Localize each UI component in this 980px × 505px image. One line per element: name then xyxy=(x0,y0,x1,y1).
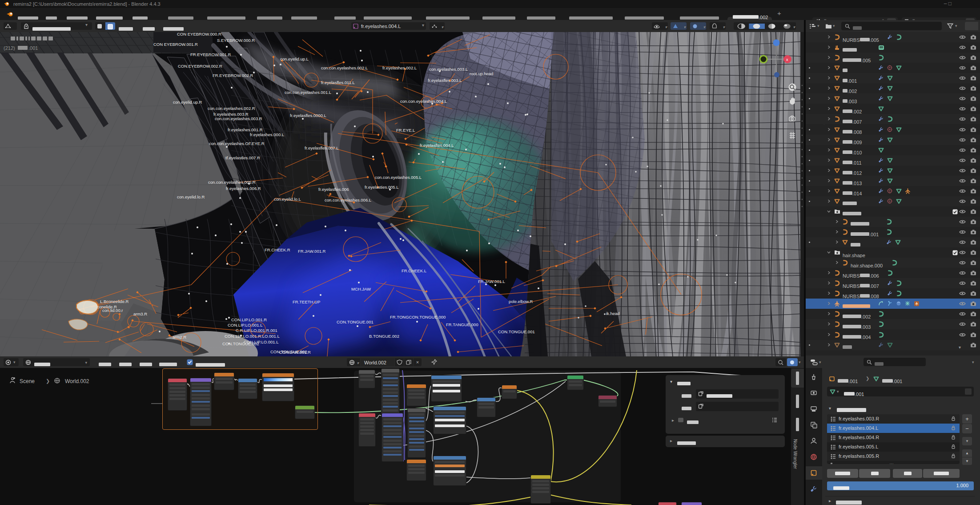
svg-text:con.con.eyelashes.005.L: con.con.eyelashes.005.L xyxy=(375,175,422,180)
svg-text:FR.TANGUE.000: FR.TANGUE.000 xyxy=(446,322,478,327)
svg-text:FR.EYEBROW.002.R: FR.EYEBROW.002.R xyxy=(213,73,253,78)
svg-text:(212): (212) xyxy=(4,45,15,51)
svg-text:ik.head: ik.head xyxy=(606,311,620,316)
svg-text:C.R.LIP.LO.001.R.001: C.R.LIP.LO.001.R.001 xyxy=(236,328,277,333)
svg-text:fr.eyelasfles.004.L: fr.eyelasfles.004.L xyxy=(420,143,454,148)
svg-text:con.con.eyelashes.005.R: con.con.eyelashes.005.R xyxy=(208,180,256,185)
svg-text:CON.LIP.LO.001.L: CON.LIP.LO.001.L xyxy=(228,323,263,327)
svg-text:FR.TONGCON.TONGUE.000: FR.TONGCON.TONGUE.000 xyxy=(390,315,446,319)
svg-text:fr.eyelashes.000.L: fr.eyelashes.000.L xyxy=(250,132,284,137)
svg-text:CON EYEBROW.001.R: CON EYEBROW.001.R xyxy=(153,42,198,47)
svg-text:con.eyelid.up.R: con.eyelid.up.R xyxy=(173,100,202,105)
svg-text:CON.TONGUE.001: CON.TONGUE.001 xyxy=(337,319,374,324)
svg-text:con.con.eyelashes.OF.EYE.R: con.con.eyelashes.OF.EYE.R xyxy=(209,141,265,146)
svg-text:con.con.eyelashes.006.L: con.con.eyelashes.006.L xyxy=(325,198,371,202)
svg-text:fr.eyelasfles.0000.L: fr.eyelasfles.0000.L xyxy=(290,113,326,118)
svg-text:arm3.R: arm3.R xyxy=(133,311,147,316)
svg-text:x: x xyxy=(786,57,788,62)
svg-text:FR.JAW.001.R: FR.JAW.001.R xyxy=(298,249,326,254)
svg-text:CON.LIP.LO.001.R: CON.LIP.LO.001.R xyxy=(231,317,267,322)
svg-text:con.eyelashes.003.L: con.eyelashes.003.L xyxy=(429,67,468,72)
svg-text:fr.eyelasfles.006: fr.eyelasfles.006 xyxy=(318,187,349,192)
svg-text:pole.elbow.R: pole.elbow.R xyxy=(509,299,533,304)
svg-text:fr.eyelashes.002.L: fr.eyelashes.002.L xyxy=(382,65,417,70)
svg-text:FR.CHEEK.L: FR.CHEEK.L xyxy=(402,268,426,273)
svg-text:FR.CHEEK.R: FR.CHEEK.R xyxy=(265,247,290,252)
svg-text:MCH.JAW: MCH.JAW xyxy=(351,287,371,291)
svg-text:con.con.eyelashes.003.R: con.con.eyelashes.003.R xyxy=(215,116,262,121)
svg-text:con.eyelid.lo.L: con.eyelid.lo.L xyxy=(274,197,301,202)
svg-text:.001: .001 xyxy=(28,45,38,51)
svg-text:con.con.eyelashes.002.R: con.con.eyelashes.002.R xyxy=(208,106,255,111)
svg-text:CON.EYEBROW.002.R: CON.EYEBROW.002.R xyxy=(178,64,222,69)
svg-text:fr.eyelashes.006.R: fr.eyelashes.006.R xyxy=(226,186,261,191)
svg-text:con.con.eyelashes.002.L: con.con.eyelashes.002.L xyxy=(321,65,368,70)
svg-text:con.con.eyelashes.004.L: con.con.eyelashes.004.L xyxy=(400,99,447,104)
svg-text:root.up.head: root.up.head xyxy=(470,71,493,76)
svg-text:con.con.eyelashes.001.L: con.con.eyelashes.001.L xyxy=(285,90,331,95)
svg-text:FR.JAW.001.L: FR.JAW.001.L xyxy=(478,279,505,284)
svg-text:S.EYEBROW.000.R: S.EYEBROW.000.R xyxy=(217,38,255,43)
svg-text:CON EYEBROW.000.R: CON EYEBROW.000.R xyxy=(177,32,221,36)
svg-text:con.lid.00.r: con.lid.00.r xyxy=(102,308,123,313)
svg-text:fr.eyelasties.005.L: fr.eyelasties.005.L xyxy=(365,185,399,190)
svg-text:FR.EYE.L: FR.EYE.L xyxy=(396,128,415,133)
svg-text:fr.eyelasfles.003.L: fr.eyelasfles.003.L xyxy=(428,78,462,83)
svg-text:FR.EYEBROW.001.R: FR.EYEBROW.001.R xyxy=(190,52,231,57)
svg-text:fr.eyelashes.001.R: fr.eyelashes.001.R xyxy=(228,127,263,132)
svg-text:con.eyelid.up.L: con.eyelid.up.L xyxy=(280,57,309,61)
svg-text:L.Bconeelide.R: L.Bconeelide.R xyxy=(100,299,129,304)
svg-text:con.eyelid.lo.R: con.eyelid.lo.R xyxy=(177,194,205,199)
svg-text:CON.TONGUE.001: CON.TONGUE.001 xyxy=(498,329,535,334)
svg-text:CON.JAW.001.R: CON.JAW.001.R xyxy=(279,350,311,355)
svg-text:tf.eyelastles.007.R: tf.eyelastles.007.R xyxy=(225,155,260,160)
svg-text:fr.eyelasfles.011.L: fr.eyelasfles.011.L xyxy=(321,80,355,85)
svg-text:arm2.R: arm2.R xyxy=(173,335,186,339)
svg-text:B.TONGUE.002: B.TONGUE.002 xyxy=(369,334,399,339)
svg-text:CON.TONGUE.002: CON.TONGUE.002 xyxy=(222,341,259,346)
svg-text:CON.11P.LO.001.R.LO.001.L: CON.11P.LO.001.R.LO.001.L xyxy=(225,334,280,339)
svg-text:fr.eyelasfles.007.L: fr.eyelasfles.007.L xyxy=(305,145,339,150)
svg-text:FR.TEETH.UP: FR.TEETH.UP xyxy=(293,299,320,304)
